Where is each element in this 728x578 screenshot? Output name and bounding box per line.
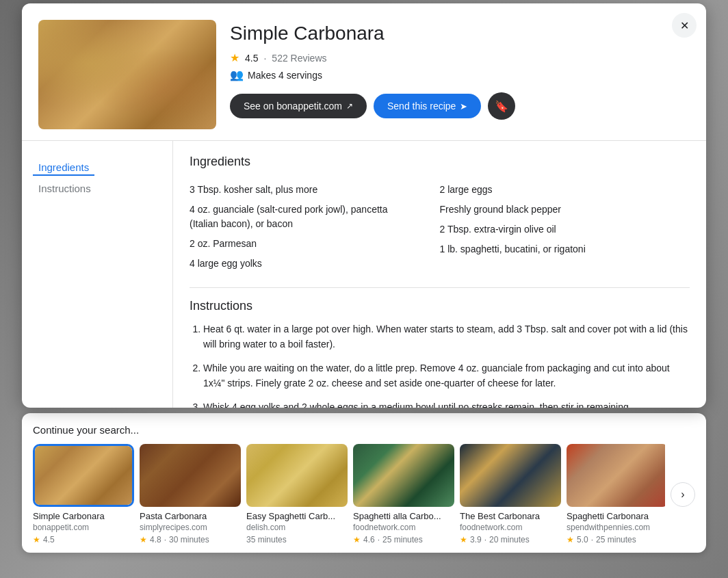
card-time-4: 25 minutes (382, 535, 423, 544)
close-button[interactable]: ✕ (672, 13, 697, 38)
card-rating-1: 4.5 (43, 535, 55, 544)
card-source-4: foodnetwork.com (353, 523, 454, 532)
servings-text: Makes 4 servings (248, 70, 322, 81)
card-source-3: delish.com (246, 523, 348, 532)
card-image-4 (353, 444, 454, 507)
nav-instructions-label: Instructions (38, 183, 91, 194)
card-dot-4: · (378, 535, 380, 544)
card-name-1: Simple Carbonara (33, 511, 134, 521)
bookmark-icon: 🔖 (495, 100, 508, 113)
card-source-1: bonappetit.com (33, 523, 134, 532)
reviews-count: 522 Reviews (272, 53, 326, 64)
search-card-3[interactable]: Easy Spaghetti Carb... delish.com 35 min… (246, 444, 348, 544)
action-buttons: See on bonappetit.com ↗ Send this recipe… (230, 92, 690, 120)
card-meta-3: 35 minutes (246, 535, 348, 544)
ingredients-grid: 3 Tbsp. kosher salt, plus more 4 oz. gua… (190, 180, 690, 274)
recipe-modal: ✕ Simple Carbonara ★ 4.5 · 522 Reviews 👥… (22, 3, 706, 408)
people-icon: 👥 (230, 68, 244, 81)
continue-title: Continue your search... (33, 424, 695, 436)
card-image-1 (35, 446, 132, 505)
continue-search-section: Continue your search... Simple Carbonara… (22, 413, 706, 553)
card-source-2: simplyrecipes.com (140, 523, 241, 532)
modal-header: Simple Carbonara ★ 4.5 · 522 Reviews 👥 M… (22, 3, 706, 129)
card-meta-5: ★ 3.9 · 20 minutes (460, 535, 561, 544)
ingredients-title: Ingredients (190, 155, 690, 169)
ingredient-item: 4 large egg yolks (190, 254, 440, 274)
ingredients-col1: 3 Tbsp. kosher salt, plus more 4 oz. gua… (190, 180, 440, 274)
close-icon: ✕ (680, 19, 689, 32)
card-dot-6: · (591, 535, 593, 544)
search-card-6[interactable]: Spaghetti Carbonara spendwithpennies.com… (567, 444, 665, 544)
recipe-image (38, 20, 216, 129)
card-image-wrap-3 (246, 444, 348, 507)
recipe-meta: ★ 4.5 · 522 Reviews (230, 51, 690, 64)
instructions-title: Instructions (190, 299, 690, 313)
card-image-wrap-1 (33, 444, 134, 507)
card-image-wrap-5 (460, 444, 561, 507)
card-meta-1: ★ 4.5 (33, 535, 134, 544)
instruction-step-2: While you are waiting on the water, do a… (203, 360, 690, 391)
chevron-right-icon: › (681, 488, 684, 501)
card-name-4: Spaghetti alla Carbo... (353, 511, 454, 521)
ingredient-item: 2 large eggs (440, 180, 690, 200)
card-time-5: 20 minutes (489, 535, 530, 544)
card-image-wrap-4 (353, 444, 454, 507)
card-name-3: Easy Spaghetti Carb... (246, 511, 348, 521)
card-star-5: ★ (460, 535, 467, 544)
card-image-5 (460, 444, 561, 507)
save-button[interactable]: 🔖 (488, 92, 515, 120)
card-rating-2: 4.8 (150, 535, 161, 544)
card-star-1: ★ (33, 535, 40, 544)
bonappetit-button[interactable]: See on bonappetit.com ↗ (230, 94, 367, 118)
card-image-6 (567, 444, 665, 507)
card-star-2: ★ (140, 535, 147, 544)
nav-sidebar: Ingredients Instructions (22, 141, 172, 408)
card-star-6: ★ (567, 535, 574, 544)
card-image-3 (246, 444, 348, 507)
instructions-list: Heat 6 qt. water in a large pot over hig… (190, 321, 690, 408)
send-icon: ➤ (460, 101, 467, 111)
ingredient-item: 4 oz. guanciale (salt-cured pork jowl), … (190, 200, 440, 234)
ingredient-item: 2 oz. Parmesan (190, 234, 440, 254)
ingredients-col2: 2 large eggs Freshly ground black pepper… (440, 180, 690, 274)
card-source-5: foodnetwork.com (460, 523, 561, 532)
search-card-5[interactable]: The Best Carbonara foodnetwork.com ★ 3.9… (460, 444, 561, 544)
nav-ingredients-label: Ingredients (38, 161, 89, 173)
nav-ingredients[interactable]: Ingredients (33, 157, 94, 176)
card-name-5: The Best Carbonara (460, 511, 561, 521)
card-image-wrap-6 (567, 444, 665, 507)
recipe-title: Simple Carbonara (230, 23, 690, 44)
recipe-info: Simple Carbonara ★ 4.5 · 522 Reviews 👥 M… (230, 20, 690, 120)
modal-body: Ingredients Instructions Ingredients 3 T… (22, 141, 706, 408)
search-card-1[interactable]: Simple Carbonara bonappetit.com ★ 4.5 (33, 444, 134, 544)
external-link-icon: ↗ (346, 101, 353, 111)
recipe-image-inner (38, 20, 216, 129)
instruction-step-3: Whisk 4 egg yolks and 2 whole eggs in a … (203, 399, 690, 408)
search-card-2[interactable]: Pasta Carbonara simplyrecipes.com ★ 4.8 … (140, 444, 241, 544)
card-rating-5: 3.9 (470, 535, 482, 544)
nav-instructions[interactable]: Instructions (33, 179, 161, 198)
next-button[interactable]: › (671, 482, 695, 507)
rating-value: 4.5 (245, 53, 258, 64)
send-label: Send this recipe (387, 101, 456, 111)
ingredient-item: Freshly ground black pepper (440, 200, 690, 220)
card-meta-6: ★ 5.0 · 25 minutes (567, 535, 665, 544)
ingredient-item: 3 Tbsp. kosher salt, plus more (190, 180, 440, 200)
card-source-6: spendwithpennies.com (567, 523, 665, 532)
card-time-6: 25 minutes (596, 535, 636, 544)
card-name-6: Spaghetti Carbonara (567, 511, 665, 521)
star-icon: ★ (230, 51, 239, 64)
card-image-2 (140, 444, 241, 507)
card-rating-6: 5.0 (577, 535, 588, 544)
card-image-wrap-2 (140, 444, 241, 507)
card-meta-2: ★ 4.8 · 30 minutes (140, 535, 241, 544)
search-card-4[interactable]: Spaghetti alla Carbo... foodnetwork.com … (353, 444, 454, 544)
card-meta-4: ★ 4.6 · 25 minutes (353, 535, 454, 544)
ingredient-item: 2 Tbsp. extra-virgin olive oil (440, 220, 690, 239)
content-area: Ingredients 3 Tbsp. kosher salt, plus mo… (172, 141, 706, 408)
search-cards-wrapper: Simple Carbonara bonappetit.com ★ 4.5 Pa… (33, 444, 695, 544)
card-star-4: ★ (353, 535, 361, 544)
send-recipe-button[interactable]: Send this recipe ➤ (374, 94, 481, 118)
instruction-step-1: Heat 6 qt. water in a large pot over hig… (203, 321, 690, 352)
card-time-2: 30 minutes (169, 535, 209, 544)
